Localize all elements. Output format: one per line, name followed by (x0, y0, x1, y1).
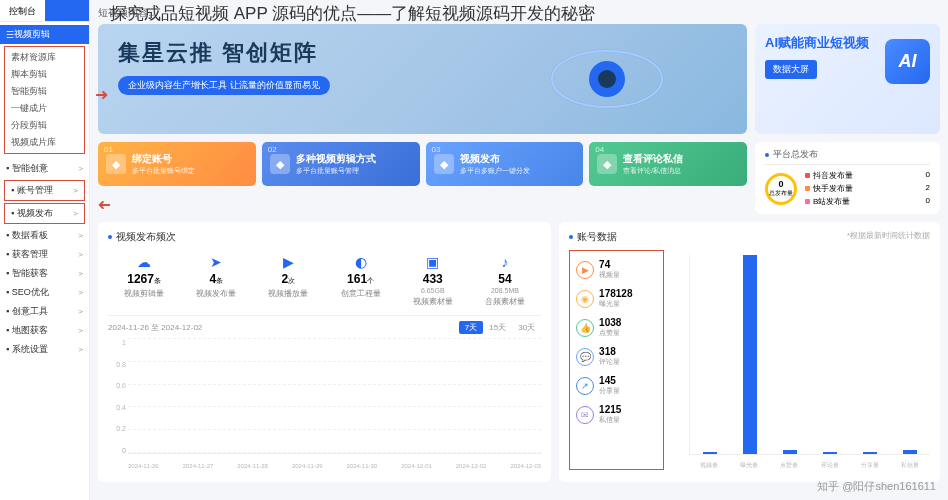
sidebar: 控制台 ☰ 视频剪辑 素材资源库脚本剪辑智能剪辑一键成片分段剪辑视频成片库 ▪ … (0, 0, 90, 500)
annotation-arrow: ➜ (98, 195, 111, 214)
metric: ▣ 433 6.65GB 视频素材量 (413, 254, 453, 307)
action-card-3[interactable]: 03 ◆ 视频发布多平台多账户一键分发 (426, 142, 584, 186)
date-range: 2024-11-26 至 2024-12-02 (108, 322, 459, 333)
platform-publish-card: 平台总发布 0 总发布量 抖音发布量0快手发布量2B站发布量0 (755, 142, 940, 214)
action-icon: ◆ (270, 154, 290, 174)
hero-subtitle: 企业级内容生产增长工具 让流量的价值显而易见 (118, 76, 330, 95)
sidebar-submenu: 素材资源库脚本剪辑智能剪辑一键成片分段剪辑视频成片库 (4, 46, 85, 154)
date-tab[interactable]: 15天 (483, 321, 512, 334)
metric: ➤ 4条 视频发布量 (196, 254, 236, 307)
metric: ▶ 2次 视频播放量 (268, 254, 308, 307)
platform-title: 平台总发布 (765, 148, 930, 165)
bar (863, 452, 877, 454)
account-stat: ▶ 74视频量 (574, 255, 659, 284)
publish-frequency-panel: 视频发布频次 ☁ 1267条 视频剪辑量 ➤ 4条 视频发布量 ▶ 2次 视频播… (98, 222, 551, 482)
platform-row: B站发布量0 (805, 195, 930, 208)
bar (703, 452, 717, 454)
bar (823, 452, 837, 454)
sidebar-sub-item[interactable]: 视频成片库 (5, 134, 84, 151)
action-icon: ◆ (106, 154, 126, 174)
platform-row: 快手发布量2 (805, 182, 930, 195)
action-card-1[interactable]: 01 ◆ 绑定账号多平台批量账号绑定 (98, 142, 256, 186)
account-stat: 👍 1038点赞量 (574, 313, 659, 342)
eye-graphic (547, 44, 667, 114)
sidebar-item[interactable]: ▪ 系统设置> (0, 340, 89, 359)
sidebar-sub-item[interactable]: 脚本剪辑 (5, 66, 84, 83)
account-stat: ◉ 178128曝光量 (574, 284, 659, 313)
line-chart: 10.80.60.40.20 2024-11-262024-11-272024-… (108, 339, 541, 469)
bar-chart: 视频量曝光量点赞量评论量分享量私信量 (674, 250, 930, 470)
sidebar-item[interactable]: ▪ SEO优化> (0, 283, 89, 302)
account-stat: ↗ 145分享量 (574, 371, 659, 400)
sidebar-item[interactable]: ▪ 地图获客> (0, 321, 89, 340)
sidebar-item[interactable]: ▪ 数据看板> (0, 226, 89, 245)
metric: ♪ 54 208.5MB 音频素材量 (485, 254, 525, 307)
sidebar-item[interactable]: ▪ 创意工具> (0, 302, 89, 321)
annotation-arrow: ➜ (95, 85, 108, 104)
ai-card: AI赋能商业短视频 数据大屏 AI (755, 24, 940, 134)
bar (743, 255, 757, 454)
hero-banner: 集星云推 智创矩阵 企业级内容生产增长工具 让流量的价值显而易见 (98, 24, 747, 134)
account-data-panel: 账号数据 *根据最新时间统计数据 ▶ 74视频量 ◉ 178128曝光量 👍 1… (559, 222, 940, 482)
account-stat: 💬 318评论量 (574, 342, 659, 371)
tab-console[interactable]: 控制台 (0, 0, 45, 21)
data-dashboard-button[interactable]: 数据大屏 (765, 60, 817, 79)
sidebar-item[interactable]: ▪ 获客管理> (0, 245, 89, 264)
sidebar-item[interactable]: ▪ 智能获客> (0, 264, 89, 283)
main-content: 短视频内容… 集星云推 智创矩阵 企业级内容生产增长工具 让流量的价值显而易见 … (90, 0, 948, 500)
metric: ☁ 1267条 视频剪辑量 (124, 254, 164, 307)
account-stat: ✉ 1215私信量 (574, 400, 659, 429)
account-stats-column: ▶ 74视频量 ◉ 178128曝光量 👍 1038点赞量 💬 318评论量 ↗… (569, 250, 664, 470)
action-card-2[interactable]: 02 ◆ 多种视频剪辑方式多平台批量账号管理 (262, 142, 420, 186)
date-tab[interactable]: 30天 (512, 321, 541, 334)
sidebar-sub-item[interactable]: 一键成片 (5, 100, 84, 117)
sidebar-video-edit[interactable]: ☰ 视频剪辑 (0, 25, 89, 44)
sidebar-item[interactable]: ▪ 智能创意> (0, 159, 89, 178)
tab-blank[interactable] (45, 0, 90, 21)
total-publish-circle: 0 总发布量 (765, 173, 797, 205)
bar (903, 450, 917, 454)
sidebar-sub-item[interactable]: 智能剪辑 (5, 83, 84, 100)
bar (783, 450, 797, 454)
sidebar-item[interactable]: ▪ 账号管理> (5, 181, 84, 200)
icon: ☰ (6, 30, 14, 40)
sidebar-item[interactable]: ▪ 视频发布> (5, 204, 84, 223)
sidebar-sub-item[interactable]: 分段剪辑 (5, 117, 84, 134)
action-card-4[interactable]: 04 ◆ 查看评论私信查看评论/私信消息 (589, 142, 747, 186)
action-icon: ◆ (434, 154, 454, 174)
platform-row: 抖音发布量0 (805, 169, 930, 182)
ai-icon: AI (885, 39, 930, 84)
date-tab[interactable]: 7天 (459, 321, 483, 334)
sidebar-sub-item[interactable]: 素材资源库 (5, 49, 84, 66)
overlay-title: 探究成品短视频 APP 源码的优点——了解短视频源码开发的秘密 (110, 2, 595, 25)
metric: ◐ 161个 创意工程量 (341, 254, 381, 307)
watermark: 知乎 @阳仔shen161611 (817, 479, 936, 494)
freq-title: 视频发布频次 (108, 230, 541, 244)
svg-point-2 (598, 70, 616, 88)
account-note: *根据最新时间统计数据 (847, 230, 930, 241)
action-icon: ◆ (597, 154, 617, 174)
